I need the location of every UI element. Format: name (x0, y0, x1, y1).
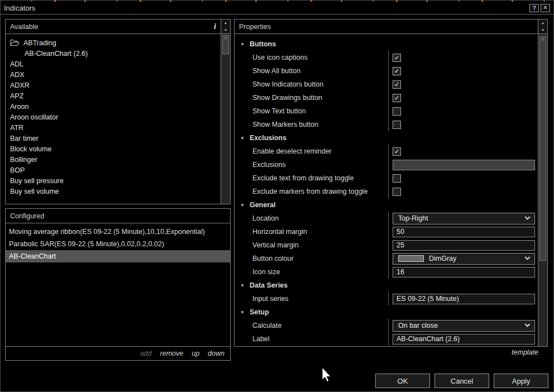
list-item-label: Bar timer (10, 135, 39, 142)
configured-actions: addremoveupdown (6, 347, 230, 360)
list-item[interactable]: ADXR (6, 80, 221, 90)
scroll-up-icon[interactable]: ▲ (538, 20, 547, 27)
checkbox[interactable]: ✓ (393, 80, 401, 89)
available-scrollbar-thumb[interactable] (222, 35, 229, 54)
group-label: General (250, 201, 276, 209)
window-title: Indicators (4, 4, 35, 12)
dropdown[interactable]: Top-Right (393, 213, 535, 224)
configured-action-add[interactable]: add (140, 350, 152, 357)
group-header[interactable]: ▼Buttons (235, 40, 538, 48)
property-row: Input seriesES 09-22 (5 Minute) (235, 292, 538, 305)
property-label: Calculate (235, 322, 388, 329)
property-value: ES 09-22 (5 Minute) (388, 292, 538, 305)
properties-scrollbar[interactable] (538, 34, 547, 346)
folder-open-icon (10, 39, 20, 46)
help-button[interactable]: ? (529, 4, 539, 12)
configured-header: Configured (6, 209, 230, 223)
list-item-label: Block volume (10, 145, 51, 153)
text-input[interactable]: 16 (393, 267, 535, 278)
text-input[interactable]: 25 (393, 240, 535, 251)
configured-action-down[interactable]: down (208, 350, 225, 357)
checkbox[interactable] (393, 188, 401, 196)
group-header[interactable]: ▼Data Series (235, 281, 538, 289)
cancel-button[interactable]: Cancel (434, 374, 489, 388)
text-input[interactable]: 50 (393, 227, 535, 237)
available-scrollbar[interactable] (221, 34, 230, 204)
list-item[interactable]: Bar timer (6, 133, 221, 144)
scroll-up-icon[interactable]: ▲ (221, 20, 230, 27)
checkbox[interactable] (393, 174, 401, 183)
list-item[interactable]: Parabolic SAR(ES 09-22 (5 Minute),0.02,0… (6, 238, 230, 250)
checkbox[interactable] (393, 107, 401, 116)
text-input[interactable]: AB-CleanChart (2.6) (393, 334, 535, 345)
property-value: ✓ (388, 78, 538, 91)
list-item-label: Buy sell volume (10, 188, 59, 195)
property-row: Exclusions (235, 158, 538, 171)
list-item[interactable]: ADX (6, 69, 221, 80)
group-label: Buttons (250, 40, 276, 48)
property-value: DimGray (388, 252, 538, 265)
list-item[interactable]: Buy sell volume (6, 186, 221, 197)
close-button[interactable]: ✕ (541, 4, 550, 12)
property-row: ▼General (235, 198, 538, 212)
property-row: Show Indicators button✓ (235, 78, 538, 91)
apply-button[interactable]: Apply (494, 374, 548, 388)
dropdown[interactable]: On bar close (393, 320, 535, 332)
footer-buttons: OKCancelApply (375, 374, 548, 388)
group-header[interactable]: ▼General (235, 201, 538, 209)
scroll-down-icon[interactable]: ▼ (538, 27, 547, 34)
checkbox[interactable]: ✓ (393, 94, 401, 102)
property-label: Exclude markers from drawing toggle (235, 188, 388, 195)
list-item[interactable]: ATR (6, 122, 221, 133)
property-row: Vertical margin25 (235, 238, 538, 252)
dropdown[interactable]: DimGray (393, 253, 535, 265)
list-item-label: APZ (10, 92, 23, 100)
checkbox[interactable]: ✓ (393, 54, 401, 62)
list-item[interactable]: ADL (6, 59, 221, 69)
checkbox[interactable] (393, 121, 401, 129)
group-label: Exclusions (250, 134, 286, 142)
list-item[interactable]: Block volume (6, 144, 221, 154)
list-item-label: AB-CleanChart (2.6) (25, 50, 88, 58)
property-value (388, 158, 538, 171)
list-item[interactable]: ABTrading (6, 37, 221, 48)
list-item[interactable]: AB-CleanChart (2.6) (6, 48, 221, 59)
checkbox[interactable]: ✓ (393, 67, 401, 75)
properties-header: Properties (235, 20, 538, 34)
property-value: ✓ (388, 91, 538, 104)
text-input[interactable]: ES 09-22 (5 Minute) (393, 294, 535, 304)
list-item[interactable]: BOP (6, 165, 221, 175)
list-item[interactable]: Moving average ribbon(ES 09-22 (5 Minute… (6, 226, 230, 238)
available-scroll-spinner: ▲ ▼ (221, 20, 230, 34)
color-swatch (398, 255, 424, 262)
property-row: Enable deselect reminder✓ (235, 145, 538, 158)
list-item[interactable]: Bollinger (6, 154, 221, 165)
text-input[interactable] (393, 160, 535, 170)
list-item[interactable]: AB-CleanChart (6, 250, 230, 262)
template-link[interactable]: template (512, 348, 538, 356)
dropdown-value: Top-Right (398, 214, 428, 222)
properties-scrollbar-thumb[interactable] (539, 36, 546, 261)
property-row: CalculateOn bar close (235, 319, 538, 332)
property-value: ✓ (388, 51, 538, 64)
group-header[interactable]: ▼Exclusions (235, 134, 538, 142)
ok-button[interactable]: OK (375, 374, 430, 388)
property-label: Show All button (235, 67, 388, 75)
dropdown-value: DimGray (429, 255, 456, 262)
group-header[interactable]: ▼Setup (235, 308, 538, 316)
list-item-label: ADXR (10, 82, 30, 89)
list-item[interactable]: Aroon (6, 101, 221, 112)
checkbox[interactable]: ✓ (393, 147, 401, 156)
configured-action-up[interactable]: up (192, 350, 199, 357)
configured-action-remove[interactable]: remove (160, 350, 184, 357)
list-item[interactable]: APZ (6, 90, 221, 101)
list-item[interactable]: Buy sell pressure (6, 175, 221, 186)
available-list: ABTradingAB-CleanChart (2.6)ADLADXADXRAP… (6, 34, 221, 204)
scroll-down-icon[interactable]: ▼ (221, 27, 230, 34)
info-icon[interactable]: i (214, 22, 216, 31)
dropdown-value: On bar close (398, 322, 438, 329)
list-item[interactable]: Aroon oscillator (6, 112, 221, 122)
property-label: Input series (235, 295, 388, 303)
property-row: Button colourDimGray (235, 252, 538, 265)
configured-list: Moving average ribbon(ES 09-22 (5 Minute… (6, 223, 230, 347)
